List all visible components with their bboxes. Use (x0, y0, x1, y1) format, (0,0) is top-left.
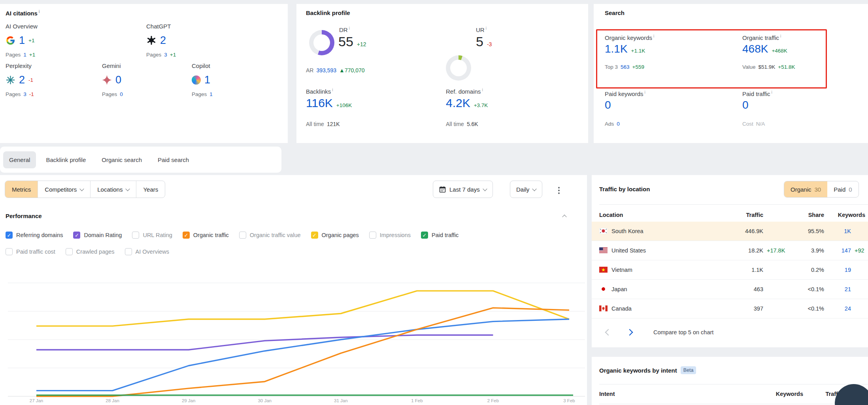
ai-pages-value[interactable]: 3 (23, 91, 26, 97)
svg-text:31 Jan: 31 Jan (334, 398, 348, 403)
metric-checkbox-paid-traffic-cost[interactable]: Paid traffic cost (6, 248, 55, 255)
organic-toggle-button[interactable]: Organic30 (784, 181, 827, 197)
top3-value[interactable]: 563 (621, 64, 630, 70)
keywords-link[interactable]: 21 (824, 286, 851, 292)
checkbox-icon (66, 248, 73, 255)
metric-checkbox-row-1: ✓Referring domains✓Domain RatingURL Rati… (6, 232, 459, 239)
table-row[interactable]: Vietnam1.1K0.2%19 (592, 260, 868, 280)
metrics-filter-button[interactable]: Metrics (5, 181, 38, 198)
location-table-header: Location Traffic Share Keywords (592, 208, 868, 222)
metric-checkbox-organic-traffic[interactable]: ✓Organic traffic (183, 232, 229, 239)
paid-toggle-button[interactable]: Paid0 (827, 181, 858, 197)
ai-citation-item: Perplexity2-1Pages3-1 (6, 62, 102, 97)
backlinks-label: Backlinks (306, 88, 333, 95)
ai-pages-row: Pages3+1 (146, 52, 289, 58)
info-icon[interactable] (481, 88, 483, 95)
metric-checkbox-referring-domains[interactable]: ✓Referring domains (6, 232, 63, 239)
keywords-link[interactable]: 1K (824, 228, 851, 234)
organic-keywords-delta: +1.1K (631, 48, 645, 54)
table-row[interactable]: South Korea446.9K95.5%1K (592, 222, 868, 241)
locations-filter-button[interactable]: Locations (90, 181, 136, 198)
tab-organic-search[interactable]: Organic search (96, 151, 148, 168)
intent-table-header: Intent Keywords Traffic (599, 391, 843, 397)
organic-keywords-value[interactable]: 1.1K (605, 43, 628, 55)
metric-checkbox-domain-rating[interactable]: ✓Domain Rating (73, 232, 122, 239)
table-row[interactable]: United States18.2K+17.8K3.9%147+92 (592, 241, 868, 260)
share-value: 95.5% (797, 228, 824, 234)
prev-page-chevron-icon[interactable] (605, 329, 612, 336)
ai-pages-value[interactable]: 3 (164, 52, 167, 58)
ur-label: UR (476, 26, 487, 33)
info-icon[interactable] (38, 10, 40, 17)
tab-backlink-profile[interactable]: Backlink profile (40, 151, 92, 168)
compare-top5-link[interactable]: Compare top 5 on chart (653, 329, 713, 335)
next-page-chevron-icon[interactable] (626, 329, 633, 336)
domain-overview-page: AI citations AI Overview1+1Pages1+1ChatG… (0, 0, 868, 405)
traffic-value: 397 (712, 305, 763, 312)
info-icon[interactable] (485, 26, 487, 33)
info-icon[interactable] (331, 88, 333, 95)
cost-row: Cost N/A (742, 121, 765, 127)
metric-checkbox-crawled-pages[interactable]: Crawled pages (66, 248, 115, 255)
metric-checkbox-organic-pages[interactable]: ✓Organic pages (311, 232, 359, 239)
backlinks-value[interactable]: 116K (306, 96, 333, 110)
traffic-by-location-card: Traffic by location Organic30 Paid0 Loca… (592, 175, 868, 347)
keywords-link[interactable]: 24 (824, 305, 851, 312)
table-row[interactable]: Japan463<0.1%21 (592, 280, 868, 299)
date-range-button[interactable]: Last 7 days (433, 181, 493, 198)
competitors-filter-button[interactable]: Competitors (38, 181, 90, 198)
ai-pages-value[interactable]: 1 (23, 52, 26, 58)
refdomains-alltime: All time 5.6K (446, 121, 478, 127)
info-icon[interactable] (643, 90, 645, 97)
perplexity-icon (6, 75, 15, 85)
more-options-menu[interactable] (556, 185, 562, 196)
ai-pages-row: Pages1+1 (6, 52, 146, 58)
organic-traffic-label: Organic traffic (742, 34, 781, 41)
dr-delta: +12 (357, 41, 366, 47)
keywords-link[interactable]: 147 (824, 247, 851, 254)
paid-traffic-value[interactable]: 0 (742, 99, 749, 111)
traffic-delta: +17.8K (763, 247, 797, 254)
ai-pages-value[interactable]: 0 (120, 91, 123, 97)
table-row[interactable]: Canada397<0.1%24 (592, 299, 868, 318)
ai-citations-row-2: Perplexity2-1Pages3-1Gemini0Pages0Copilo… (6, 62, 287, 97)
info-icon[interactable] (652, 34, 654, 41)
tab-general[interactable]: General (3, 151, 36, 168)
flag-canada (599, 305, 608, 311)
years-filter-button[interactable]: Years (136, 181, 165, 198)
metric-checkbox-ai-overviews[interactable]: AI Overviews (125, 248, 169, 255)
collapse-chevron-icon[interactable] (562, 215, 566, 219)
ai-citation-item: ChatGPT2Pages3+1 (146, 23, 289, 58)
dr-label: DR (339, 26, 350, 33)
keywords-link[interactable]: 19 (824, 267, 851, 273)
info-icon[interactable] (770, 90, 772, 97)
paid-traffic-label: Paid traffic (742, 90, 772, 97)
organic-paid-toggle: Organic30 Paid0 (784, 181, 859, 198)
metric-checkbox-url-rating[interactable]: URL Rating (132, 232, 172, 239)
organic-traffic-value[interactable]: 468K (742, 43, 768, 55)
refdomains-value[interactable]: 4.2K (446, 96, 470, 110)
granularity-button[interactable]: Daily (510, 181, 542, 198)
metric-checkbox-organic-traffic-value[interactable]: Organic traffic value (239, 232, 301, 239)
paid-keywords-value[interactable]: 0 (605, 99, 611, 111)
ai-citation-value: 2 (160, 34, 166, 47)
report-tabs: GeneralBacklink profileOrganic searchPai… (0, 147, 281, 173)
ur-value: 5 (476, 34, 483, 49)
share-value: 0.2% (797, 267, 824, 273)
chevron-down-icon (532, 186, 537, 191)
ar-value-link[interactable]: 393,593 (316, 67, 336, 73)
google-icon (6, 36, 15, 45)
copilot-icon (192, 75, 201, 85)
info-icon[interactable] (348, 26, 350, 33)
metric-checkbox-paid-traffic[interactable]: ✓Paid traffic (421, 232, 459, 239)
traffic-value: 463 (712, 286, 763, 292)
metric-checkbox-impressions[interactable]: Impressions (369, 232, 411, 239)
ai-pages-value[interactable]: 1 (209, 91, 213, 97)
info-icon[interactable] (779, 34, 781, 41)
location-name: United States (599, 247, 712, 254)
ai-citation-item: Gemini0Pages0 (102, 62, 192, 97)
ur-delta: -3 (487, 41, 492, 47)
tab-paid-search[interactable]: Paid search (152, 151, 195, 168)
svg-text:28 Jan: 28 Jan (106, 398, 119, 403)
ahrefs-rank: AR 393,593 ▲770,070 (306, 67, 365, 73)
